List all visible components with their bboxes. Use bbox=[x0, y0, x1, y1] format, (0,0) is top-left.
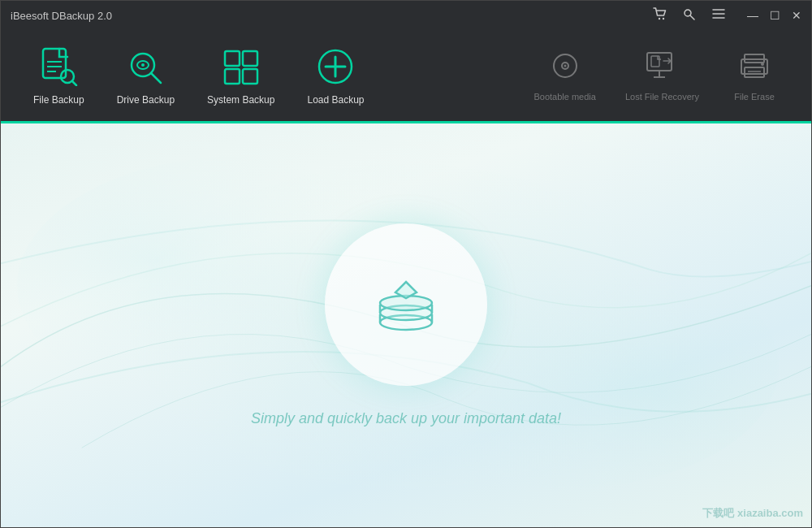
drive-backup-icon bbox=[124, 45, 166, 88]
svg-rect-15 bbox=[225, 69, 240, 84]
svg-line-10 bbox=[151, 73, 161, 83]
drive-backup-button[interactable]: Drive Backup bbox=[101, 36, 191, 115]
toolbar-right: Bootable media bbox=[519, 40, 795, 111]
system-backup-button[interactable]: System Backup bbox=[191, 36, 291, 115]
menu-icon[interactable] bbox=[711, 8, 726, 23]
svg-point-0 bbox=[659, 18, 660, 19]
file-backup-button[interactable]: File Backup bbox=[17, 36, 101, 115]
lost-file-recovery-label: Lost File Recovery bbox=[625, 92, 699, 102]
tagline: Simply and quickly back up your importan… bbox=[251, 410, 561, 427]
system-backup-label: System Backup bbox=[207, 94, 274, 106]
system-backup-icon bbox=[220, 45, 262, 88]
svg-line-8 bbox=[72, 81, 76, 85]
svg-point-1 bbox=[663, 18, 664, 19]
bootable-media-icon bbox=[547, 50, 583, 85]
app-title: iBeesoft DBackup 2.0 bbox=[11, 10, 112, 22]
svg-rect-16 bbox=[243, 69, 257, 84]
window-controls: — ☐ ✕ bbox=[747, 10, 801, 21]
file-backup-icon bbox=[37, 45, 80, 88]
file-backup-label: File Backup bbox=[33, 94, 84, 106]
load-backup-icon bbox=[314, 45, 356, 88]
app-window: iBeesoft DBackup 2.0 bbox=[0, 0, 812, 528]
close-button[interactable]: ✕ bbox=[792, 10, 801, 21]
toolbar: File Backup Drive Backup bbox=[1, 30, 811, 123]
svg-point-22 bbox=[564, 65, 566, 67]
bootable-media-button[interactable]: Bootable media bbox=[519, 40, 610, 111]
svg-rect-14 bbox=[243, 51, 257, 66]
svg-rect-30 bbox=[745, 67, 764, 77]
lost-file-recovery-icon bbox=[644, 50, 680, 85]
title-bar: iBeesoft DBackup 2.0 bbox=[1, 1, 811, 30]
svg-rect-13 bbox=[225, 51, 240, 66]
bootable-media-label: Bootable media bbox=[533, 92, 595, 102]
minimize-button[interactable]: — bbox=[747, 10, 758, 21]
key-icon[interactable] bbox=[682, 7, 697, 24]
maximize-button[interactable]: ☐ bbox=[770, 10, 780, 21]
main-content: Simply and quickly back up your importan… bbox=[1, 123, 811, 527]
file-erase-icon bbox=[736, 50, 772, 85]
toolbar-left: File Backup Drive Backup bbox=[17, 36, 381, 115]
load-backup-button[interactable]: Load Backup bbox=[291, 36, 380, 115]
cart-icon[interactable] bbox=[653, 7, 667, 24]
lost-file-recovery-button[interactable]: Lost File Recovery bbox=[611, 40, 714, 111]
svg-point-33 bbox=[761, 63, 764, 66]
file-erase-button[interactable]: File Erase bbox=[714, 40, 795, 111]
drive-backup-label: Drive Backup bbox=[117, 94, 175, 106]
title-bar-left: iBeesoft DBackup 2.0 bbox=[11, 10, 112, 22]
load-backup-label: Load Backup bbox=[307, 94, 364, 106]
title-bar-right: — ☐ ✕ bbox=[653, 7, 801, 24]
svg-point-12 bbox=[141, 63, 145, 67]
watermark: 下载吧 xiazaiba.com bbox=[702, 506, 803, 521]
file-erase-label: File Erase bbox=[734, 92, 775, 102]
center-icon-circle bbox=[325, 223, 487, 386]
